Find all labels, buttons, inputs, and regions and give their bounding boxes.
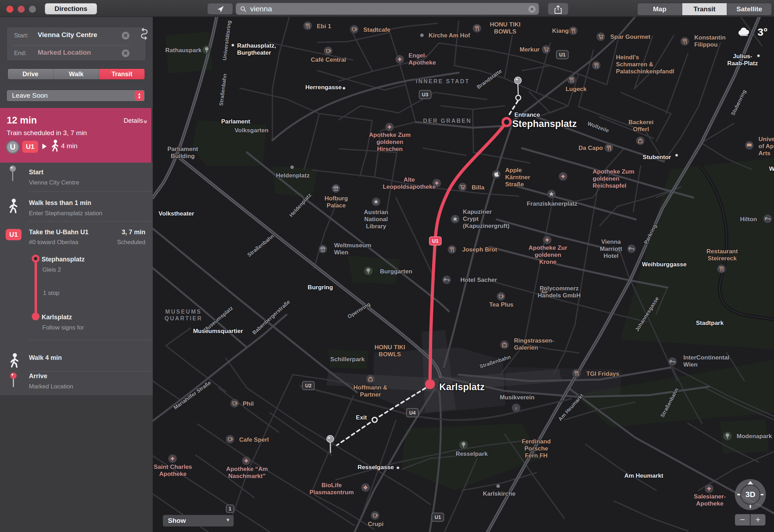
- map-label: Stadtcafe: [363, 26, 391, 33]
- travel-mode-walk[interactable]: Walk: [54, 69, 99, 79]
- current-location-button[interactable]: [207, 3, 233, 14]
- temperature-value: 3°: [757, 26, 768, 38]
- step-start-title[interactable]: Start: [29, 169, 43, 176]
- stepper-icon[interactable]: ▲▼: [135, 91, 144, 101]
- departure-time-select[interactable]: Leave Soon ▲▼: [6, 90, 145, 102]
- step-ubahn-title[interactable]: Take the U-Bahn U1: [29, 229, 89, 236]
- tab-transit[interactable]: Transit: [682, 3, 727, 15]
- start-field-value[interactable]: Vienna City Centre: [38, 31, 97, 39]
- route-endpoints-box: Start: Vienna City Centre ✕ End: Marked …: [6, 27, 146, 61]
- walk-step-icon: [10, 353, 19, 369]
- map-label: Volkstheater: [159, 210, 194, 217]
- transit-shield-U3: U3: [419, 90, 431, 99]
- travel-mode-segmented-control: Drive Walk Transit: [7, 68, 145, 80]
- map-label: TGI Fridays: [586, 370, 619, 377]
- map-label: AustrianNationalLibrary: [364, 209, 388, 230]
- tab-satellite[interactable]: Satellite: [727, 3, 772, 15]
- threed-compass-control[interactable]: 3D: [735, 479, 766, 510]
- map-label: Billa: [472, 184, 484, 191]
- route-exit-ring[interactable]: [372, 417, 377, 422]
- step-walk1-title[interactable]: Walk less than 1 min: [29, 199, 91, 207]
- end-field-value[interactable]: Marked Location: [38, 49, 91, 56]
- threed-button[interactable]: 3D: [740, 484, 761, 505]
- map-label: Spar Gourmet: [610, 34, 651, 40]
- svg-text:U1: U1: [432, 238, 439, 244]
- tree-icon: [202, 46, 211, 54]
- fork-icon: [303, 22, 312, 30]
- window-minimize-button[interactable]: [18, 6, 25, 13]
- step-arrive-subtitle: Marked Location: [29, 383, 73, 390]
- map-mode-segmented-control: Map Transit Satellite: [637, 3, 772, 16]
- window-close-button[interactable]: [6, 6, 13, 13]
- end-clear-icon[interactable]: ✕: [122, 49, 129, 57]
- step-ubahn-scheduled: Scheduled: [117, 239, 145, 246]
- svg-text:U3: U3: [422, 92, 428, 97]
- transit-shield-U1: U1: [556, 50, 568, 59]
- transit-connector-line: [35, 259, 37, 316]
- cart-icon: [597, 32, 605, 41]
- map-label: Hotel Sacher: [460, 277, 497, 283]
- show-dropdown[interactable]: Show ▾: [163, 515, 234, 527]
- dotw-icon: [343, 87, 345, 89]
- map-label: Entrance: [514, 111, 540, 118]
- cross-icon: [543, 236, 551, 244]
- svg-text:U1: U1: [559, 52, 566, 58]
- window-zoom-button[interactable]: [29, 6, 36, 13]
- map-label: Rathausplatz,Burgtheater: [237, 42, 276, 56]
- step-board-station[interactable]: Stephansplatz: [42, 256, 85, 263]
- cart-icon: [542, 45, 550, 54]
- map-label: HONU TIKIBOWLS: [375, 344, 405, 358]
- start-clear-icon[interactable]: ✕: [122, 32, 129, 40]
- museum-icon: [332, 184, 340, 193]
- swap-endpoints-button[interactable]: [139, 28, 150, 41]
- map-label: Modenapark: [737, 433, 772, 440]
- cup-icon: [324, 47, 332, 55]
- route-destination-dot[interactable]: [425, 379, 435, 389]
- bag-icon: [500, 340, 509, 349]
- cross-icon: [395, 55, 404, 64]
- cup-icon: [230, 399, 239, 407]
- route-summary-card[interactable]: 12 min Details» Train scheduled in 3, 7 …: [0, 108, 151, 163]
- step-stop-count: 1 stop: [43, 290, 59, 297]
- map-label: FerdinandPorscheFern FH: [522, 438, 551, 459]
- walk-step-icon: [9, 199, 18, 214]
- travel-mode-drive[interactable]: Drive: [8, 69, 54, 79]
- map-label: Rathauspark: [165, 47, 202, 54]
- map-label: Ebi 1: [317, 23, 331, 30]
- map-label: Da Capo: [579, 145, 603, 151]
- map-label: Kirche Am Hof: [429, 32, 470, 39]
- route-details-button[interactable]: Details»: [124, 117, 147, 125]
- route-steps-list: Start Vienna City Centre Walk less than …: [0, 163, 153, 395]
- fork-icon: [473, 24, 481, 32]
- map-canvas[interactable]: #mapsvg text { font-family:"Liberation S…: [153, 17, 774, 532]
- cup-icon: [350, 25, 358, 34]
- search-clear-icon[interactable]: ✕: [528, 6, 536, 13]
- step-alight-station[interactable]: Karlsplatz: [42, 314, 72, 321]
- step-ubahn-subtitle: #0 toward Oberlaa: [29, 239, 78, 246]
- search-field[interactable]: vienna ✕: [236, 3, 539, 15]
- zoom-in-button[interactable]: +: [750, 514, 766, 526]
- location-arrow-icon: [217, 5, 224, 13]
- map-label: Saint CharlesApotheke: [154, 464, 192, 477]
- fork-icon: [567, 75, 576, 84]
- map-svg: #mapsvg text { font-family:"Liberation S…: [153, 17, 774, 532]
- svg-text:U1: U1: [435, 514, 441, 520]
- map-label: Burggarten: [380, 268, 412, 275]
- dotw-icon: [675, 154, 678, 156]
- bag-icon: [366, 375, 375, 383]
- travel-mode-transit[interactable]: Transit: [99, 69, 145, 79]
- map-label: Herrengasse: [305, 84, 341, 91]
- directions-button[interactable]: Directions: [45, 3, 97, 14]
- ubahn-logo-icon: U: [6, 140, 19, 154]
- share-button[interactable]: [548, 3, 568, 15]
- step-arrive-title[interactable]: Arrive: [29, 373, 47, 380]
- step-walk2-title[interactable]: Walk 4 min: [29, 354, 62, 362]
- tab-map[interactable]: Map: [637, 3, 682, 15]
- map-label: Cafe Sperl: [239, 436, 269, 443]
- route-entrance-ring[interactable]: [503, 118, 510, 126]
- zoom-out-button[interactable]: −: [735, 514, 750, 526]
- directions-sidebar: Start: Vienna City Centre ✕ End: Marked …: [0, 17, 153, 532]
- map-label: Lugeck: [566, 86, 587, 92]
- walk-duration: 4 min: [61, 142, 77, 150]
- step-ubahn-times: 3, 7 min: [122, 229, 145, 236]
